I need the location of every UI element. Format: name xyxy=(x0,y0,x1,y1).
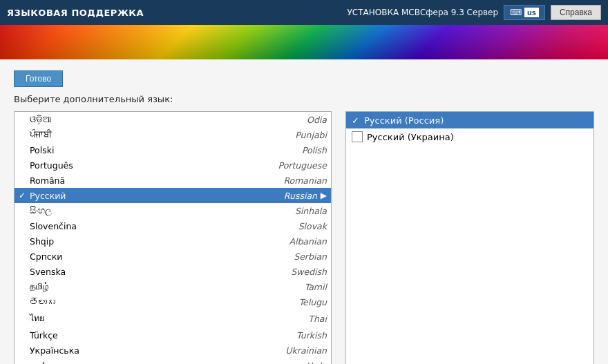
lang-native-label: Português xyxy=(30,160,178,171)
keyboard-icon: ⌨ xyxy=(510,8,522,17)
banner xyxy=(0,25,608,59)
lang-native-label: ଓଡ଼ିଆ xyxy=(30,114,178,125)
language-item-sinhala[interactable]: සිංහලSinhala xyxy=(15,203,331,218)
selection-checkbox[interactable] xyxy=(352,131,363,142)
installer-title: УСТАНОВКА МСВСфера 9.3 Сервер xyxy=(347,8,498,17)
lang-english-label: Russian xyxy=(173,191,317,201)
title-bar-right: УСТАНОВКА МСВСфера 9.3 Сервер ⌨ us Справ… xyxy=(347,5,601,20)
lang-english-label: Slovak xyxy=(178,221,327,231)
language-item-tamil[interactable]: தமிழ்Tamil xyxy=(15,279,331,294)
lang-native-label: ไทย xyxy=(30,312,178,325)
lang-english-label: Polish xyxy=(178,145,327,155)
lang-english-label: Turkish xyxy=(178,330,327,341)
check-icon: ✓ xyxy=(19,191,30,200)
help-button[interactable]: Справка xyxy=(551,5,601,20)
lang-native-label: Slovenčina xyxy=(30,221,178,231)
selected-check-icon: ✓ xyxy=(352,115,364,126)
language-item-serbian[interactable]: СрпскиSerbian xyxy=(15,249,331,264)
lang-english-label: Portuguese xyxy=(178,160,327,171)
language-item-portuguese[interactable]: PortuguêsPortuguese xyxy=(15,157,331,173)
left-panel: ଓଡ଼ିଆOdiaਪੰਜਾਬੀPunjabiPolskiPolishPortug… xyxy=(14,111,332,364)
lists-container: ଓଡ଼ିଆOdiaਪੰਜਾਬੀPunjabiPolskiPolishPortug… xyxy=(14,111,594,364)
language-item-russian[interactable]: ✓РусскийRussian▶ xyxy=(15,188,331,203)
selected-language-list[interactable]: ✓Русский (Россия)Русский (Украина) xyxy=(345,111,594,364)
selected-item-russian-russia[interactable]: ✓Русский (Россия) xyxy=(346,112,593,128)
language-list[interactable]: ଓଡ଼ିଆOdiaਪੰਜਾਬੀPunjabiPolskiPolishPortug… xyxy=(14,111,332,364)
lang-native-label: తెలుగు xyxy=(30,297,178,307)
app-title: ЯЗЫКОВАЯ ПОДДЕРЖКА xyxy=(7,8,144,18)
keyboard-indicator: us xyxy=(524,8,539,17)
lang-native-label: Русский xyxy=(30,191,173,201)
lang-english-label: Ukrainian xyxy=(178,345,327,356)
lang-native-label: தமிழ் xyxy=(30,281,178,292)
language-item-polish[interactable]: PolskiPolish xyxy=(15,142,331,157)
lang-english-label: Albanian xyxy=(178,236,327,247)
prompt-label: Выберите дополнительный язык: xyxy=(14,94,594,104)
title-bar: ЯЗЫКОВАЯ ПОДДЕРЖКА УСТАНОВКА МСВСфера 9.… xyxy=(0,0,608,25)
language-item-ukrainian[interactable]: УкраїнськаUkrainian xyxy=(15,343,331,358)
right-panel: ✓Русский (Россия)Русский (Украина) xyxy=(345,111,594,364)
lang-native-label: Română xyxy=(30,175,178,186)
lang-native-label: اردو xyxy=(30,361,178,365)
language-item-thai[interactable]: ไทยThai xyxy=(15,309,331,327)
lang-english-label: Serbian xyxy=(178,251,327,262)
content-area: Готово Выберите дополнительный язык: ଓଡ଼… xyxy=(0,59,608,364)
lang-native-label: සිංහල xyxy=(30,205,178,216)
lang-native-label: Svenska xyxy=(30,267,178,277)
language-item-turkish[interactable]: TürkçeTurkish xyxy=(15,327,331,343)
language-item-albanian[interactable]: ShqipAlbanian xyxy=(15,233,331,249)
lang-english-label: Punjabi xyxy=(178,130,327,140)
selected-lang-label: Русский (Украина) xyxy=(367,132,454,142)
lang-english-label: Urdu xyxy=(178,361,327,365)
lang-native-label: Polski xyxy=(30,145,178,155)
lang-native-label: Shqip xyxy=(30,236,178,247)
language-item-urdu[interactable]: اردوUrdu xyxy=(15,358,331,364)
lang-native-label: ਪੰਜਾਬੀ xyxy=(30,129,178,140)
lang-native-label: Українська xyxy=(30,345,178,356)
selected-item-russian-ukraine[interactable]: Русский (Украина) xyxy=(346,128,593,145)
selected-lang-label: Русский (Россия) xyxy=(364,115,444,126)
language-item-romanian[interactable]: RomânăRomanian xyxy=(15,173,331,188)
language-item-odia[interactable]: ଓଡ଼ିଆOdia xyxy=(15,112,331,127)
lang-english-label: Thai xyxy=(178,314,327,324)
lang-native-label: Српски xyxy=(30,251,178,262)
lang-english-label: Sinhala xyxy=(178,206,327,216)
lang-english-label: Tamil xyxy=(178,282,327,292)
lang-english-label: Romanian xyxy=(178,175,327,186)
keyboard-button[interactable]: ⌨ us xyxy=(504,5,545,20)
arrow-right-icon: ▶ xyxy=(317,191,327,200)
lang-english-label: Swedish xyxy=(178,267,327,277)
language-item-slovak[interactable]: SlovenčinaSlovak xyxy=(15,218,331,233)
lang-english-label: Odia xyxy=(178,115,327,125)
language-item-swedish[interactable]: SvenskaSwedish xyxy=(15,264,331,279)
lang-english-label: Telugu xyxy=(178,297,327,307)
language-item-telugu[interactable]: తెలుగుTelugu xyxy=(15,294,331,309)
lang-native-label: Türkçe xyxy=(30,330,178,341)
done-button[interactable]: Готово xyxy=(14,70,63,87)
language-item-punjabi[interactable]: ਪੰਜਾਬੀPunjabi xyxy=(15,127,331,142)
